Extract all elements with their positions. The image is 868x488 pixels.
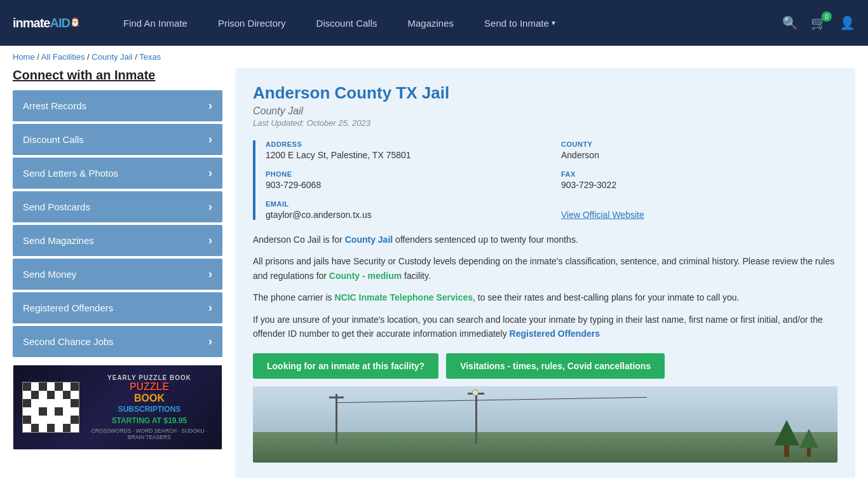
breadcrumb-all-facilities[interactable]: All Facilities (41, 52, 85, 62)
cart-badge: 0 (822, 11, 832, 22)
ad-text: YEARLY PUZZLE BOOK PUZZLE BOOK SUBSCRIPT… (86, 374, 213, 440)
nav-send-to-inmate[interactable]: Send to Inmate ▾ (469, 0, 571, 46)
header: inmateAID🎅 Find An Inmate Prison Directo… (0, 0, 868, 46)
main-layout: Connect with an Inmate Arrest Records › … (0, 68, 868, 488)
ad-puzzle-graphic (22, 382, 79, 433)
county-value: Anderson (561, 150, 837, 160)
county-block: COUNTY Anderson (561, 140, 837, 160)
registered-offenders-link[interactable]: Registered Offenders (510, 329, 600, 339)
sidebar-title: Connect with an Inmate (13, 68, 222, 83)
sidebar-item-send-money[interactable]: Send Money › (13, 259, 222, 290)
phone-block: PHONE 903-729-6068 (266, 170, 542, 190)
cart-icon[interactable]: 🛒 0 (811, 15, 827, 30)
ncic-link[interactable]: NCIC Inmate Telephone Services (334, 292, 473, 302)
county-label: COUNTY (561, 140, 837, 148)
facility-info: ADDRESS 1200 E Lacy St, Palestine, TX 75… (253, 140, 837, 220)
sidebar-ad[interactable]: YEARLY PUZZLE BOOK PUZZLE BOOK SUBSCRIPT… (13, 365, 222, 450)
sidebar-item-second-chance-jobs[interactable]: Second Chance Jobs › (13, 326, 222, 357)
county-jail-link-1[interactable]: County Jail (345, 234, 393, 245)
facility-type: County Jail (253, 105, 837, 117)
facility-updated: Last Updated: October 25, 2023 (253, 118, 837, 128)
breadcrumb-texas[interactable]: Texas (139, 52, 161, 62)
sidebar-item-send-magazines[interactable]: Send Magazines › (13, 225, 222, 256)
nav-prison-directory[interactable]: Prison Directory (203, 0, 301, 46)
county-medium-link[interactable]: County - medium (329, 271, 402, 281)
sidebar-item-send-letters[interactable]: Send Letters & Photos › (13, 158, 222, 189)
description-1: Anderson Co Jail is for County Jail offe… (253, 233, 837, 247)
fax-block: FAX 903-729-3022 (561, 170, 837, 190)
phone-label: PHONE (266, 170, 542, 178)
search-icon[interactable]: 🔍 (782, 15, 798, 30)
logo: inmateAID🎅 (13, 16, 79, 30)
cta-buttons: Looking for an inmate at this facility? … (253, 353, 837, 379)
arrow-icon: › (208, 133, 212, 146)
phone-value: 903-729-6068 (266, 180, 542, 190)
arrow-icon: › (208, 301, 212, 315)
description-3: The phone carrier is NCIC Inmate Telepho… (253, 290, 837, 304)
send-dropdown-icon: ▾ (552, 18, 555, 27)
nav-magazines[interactable]: Magazines (392, 0, 469, 46)
sidebar: Connect with an Inmate Arrest Records › … (13, 68, 222, 478)
facility-photo (253, 386, 837, 463)
arrow-icon: › (208, 200, 212, 214)
description-2: All prisons and jails have Security or C… (253, 254, 837, 283)
description-4: If you are unsure of your inmate's locat… (253, 313, 837, 341)
nav-find-inmate[interactable]: Find An Inmate (108, 0, 203, 46)
sidebar-item-arrest-records[interactable]: Arrest Records › (13, 90, 222, 121)
visitations-button[interactable]: Visitations - times, rules, Covid cancel… (446, 353, 665, 379)
arrow-icon: › (208, 268, 212, 281)
arrow-icon: › (208, 99, 212, 112)
view-official-website-link[interactable]: View Official Website (561, 210, 644, 220)
arrow-icon: › (208, 234, 212, 247)
user-icon[interactable]: 👤 (839, 15, 855, 30)
email-block: EMAIL gtaylor@co.anderson.tx.us (266, 200, 542, 220)
breadcrumb-home[interactable]: Home (13, 52, 35, 62)
header-icons: 🔍 🛒 0 👤 (782, 15, 855, 30)
email-label: EMAIL (266, 200, 542, 208)
nav-discount-calls[interactable]: Discount Calls (301, 0, 393, 46)
address-label: ADDRESS (266, 140, 542, 148)
find-inmate-button[interactable]: Looking for an inmate at this facility? (253, 353, 438, 379)
facility-title: Anderson County TX Jail (253, 83, 837, 103)
arrow-icon: › (208, 166, 212, 180)
fax-label: FAX (561, 170, 837, 178)
breadcrumb: Home / All Facilities / County Jail / Te… (0, 46, 868, 68)
address-block: ADDRESS 1200 E Lacy St, Palestine, TX 75… (266, 140, 542, 160)
address-value: 1200 E Lacy St, Palestine, TX 75801 (266, 150, 542, 160)
email-value: gtaylor@co.anderson.tx.us (266, 210, 542, 220)
arrow-icon: › (208, 335, 212, 348)
main-nav: Find An Inmate Prison Directory Discount… (108, 0, 782, 46)
website-block: View Official Website (561, 200, 837, 220)
logo-area[interactable]: inmateAID🎅 (13, 16, 102, 30)
sidebar-item-send-postcards[interactable]: Send Postcards › (13, 191, 222, 222)
sidebar-item-registered-offenders[interactable]: Registered Offenders › (13, 292, 222, 323)
fax-value: 903-729-3022 (561, 180, 837, 190)
content-area: Anderson County TX Jail County Jail Last… (235, 68, 855, 478)
breadcrumb-county-jail[interactable]: County Jail (92, 52, 132, 62)
sidebar-item-discount-calls[interactable]: Discount Calls › (13, 124, 222, 155)
